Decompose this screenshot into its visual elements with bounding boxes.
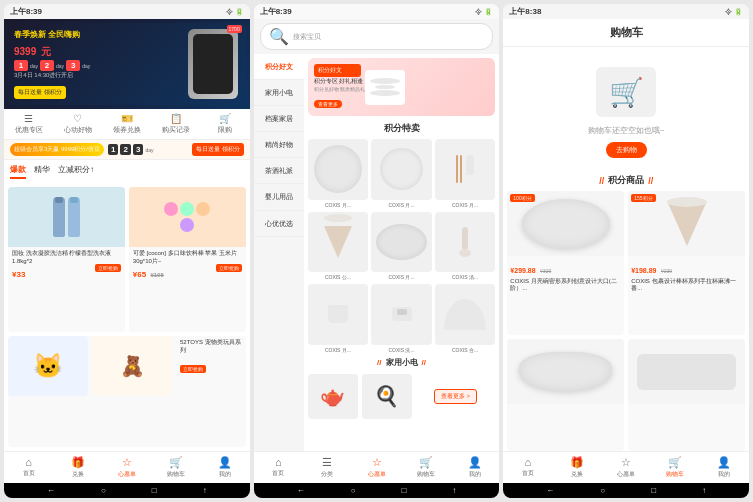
phone3-bottom-exchange[interactable]: 🎁 兑换 [552, 452, 601, 483]
product-mini-9[interactable]: COXIS 合... [435, 284, 496, 353]
phone2-back-btn[interactable]: ← [297, 486, 305, 495]
points-card-2[interactable]: 155积分 ¥198.89 ¥239 COXIS 包裹设计棒杯系列手拉杯麻沸一番… [628, 191, 745, 335]
bottom-nav-home[interactable]: ⌂ 首页 [4, 452, 53, 483]
product-price-1: ¥33 [12, 270, 25, 279]
phone2-home-btn[interactable]: ○ [351, 486, 356, 495]
product-img-1 [8, 187, 125, 247]
phone3-bottom-profile[interactable]: 👤 我的 [700, 452, 749, 483]
sidebar-item-baby[interactable]: 婴儿用品 [254, 184, 304, 210]
phone3-bottom-wishlist[interactable]: ☆ 心愿单 [602, 452, 651, 483]
appliance-more-btn[interactable]: 查看更多 > [434, 389, 477, 404]
phone3-home-label: 首页 [522, 469, 534, 478]
nav-tab-history-label: 购买记录 [162, 125, 190, 135]
cat-tab-hot[interactable]: 爆款 [10, 164, 26, 179]
promo-view-more-btn[interactable]: 查看更多 [314, 100, 342, 108]
product-mini-name-3: COXIS 月... [452, 202, 478, 208]
product-mini-7[interactable]: COXIS 月... [308, 284, 369, 353]
bottom-nav-exchange[interactable]: 🎁 兑换 [53, 452, 102, 483]
phone3-exchange-label: 兑换 [571, 470, 583, 479]
sidebar-item-home[interactable]: 档案家居 [254, 106, 304, 132]
add-cart-btn-3[interactable]: 立即抢购 [180, 365, 206, 373]
product-card-1[interactable]: 国妆 洗衣凝胶洗洁精 柠檬香型洗衣液 1.8kg*2 ¥33 立即抢购 [8, 187, 125, 332]
nav-tab-wishlist-label: 心动好物 [64, 125, 92, 135]
coupon-icon: 🎫 [121, 113, 133, 124]
product-mini-img-3 [435, 139, 496, 200]
phone1-nav-tabs: ☰ 优惠专区 ♡ 心动好物 🎫 领券兑换 📋 购买记录 🛒 限购 [4, 109, 250, 140]
banner-left: 春季焕新 全民嗨购 9399 元 1 day 2 day 3 day 3月4日 … [8, 25, 188, 103]
points-card-img-4 [628, 339, 745, 404]
home-btn[interactable]: ○ [101, 486, 106, 495]
product-mini-5[interactable]: COXIS 月... [371, 212, 432, 281]
bottom-nav-cart[interactable]: 🛒 购物车 [151, 452, 200, 483]
home-section-title: 家用小电 [308, 357, 496, 368]
product-card-2[interactable]: 可爱 [cocon] 多口味饮料棒 苹果 玉米片 30g*10片~ ¥65 ¥1… [129, 187, 246, 332]
banner-phone-image: 1700 [188, 29, 238, 99]
bottom-nav-wishlist[interactable]: ☆ 心愿单 [102, 452, 151, 483]
phone3-home-btn[interactable]: ○ [600, 486, 605, 495]
sidebar-item-fashion[interactable]: 精尚好物 [254, 132, 304, 158]
phone2-bottom-wishlist[interactable]: ☆ 心愿单 [352, 452, 401, 483]
day-num-2: 2 [120, 144, 130, 155]
sidebar-item-select[interactable]: 心优优选 [254, 211, 304, 237]
promo-title: 积分专区 好礼相逢 [314, 77, 365, 86]
bottom-nav-profile[interactable]: 👤 我的 [201, 452, 250, 483]
cart-empty-icon: 🛒 [609, 76, 644, 109]
candy-icon [162, 202, 212, 232]
phone1-home-bar: ← ○ □ ↑ [4, 483, 250, 498]
phone2-share-btn[interactable]: ↑ [452, 486, 456, 495]
points-card-1[interactable]: 100积分 ¥299.88 ¥329 COXIS 月亮碗密形系列创意设计大口(二… [507, 191, 624, 335]
nav-tab-history[interactable]: 📋 购买记录 [151, 109, 200, 139]
product-mini-8[interactable]: COXIS 洗... [371, 284, 432, 353]
product-mini-6[interactable]: COXIS 汤... [435, 212, 496, 281]
search-input-wrap[interactable]: 🔍 搜索宝贝 [260, 23, 494, 50]
nav-tab-coupon[interactable]: 🎫 领券兑换 [102, 109, 151, 139]
product-mini-3[interactable]: COXIS 月... [435, 139, 496, 208]
phone2-bottom-category[interactable]: ☰ 分类 [303, 452, 352, 483]
sidebar-item-tea[interactable]: 茶酒礼派 [254, 158, 304, 184]
product-price-row-2: ¥65 ¥105 立即抢购 [133, 268, 242, 279]
nav-tab-wishlist[interactable]: ♡ 心动好物 [53, 109, 102, 139]
phone2-home-bar: ← ○ □ ↑ [254, 483, 500, 498]
phone3-bottom-cart[interactable]: 🛒 购物车 [651, 452, 700, 483]
banner-price-unit: 元 [41, 46, 51, 57]
sidebar-item-points[interactable]: 积分好文 [254, 54, 304, 80]
spoon-set-icon [459, 227, 471, 257]
phone2-bottom-cart[interactable]: 🛒 购物车 [401, 452, 450, 483]
add-cart-btn-1[interactable]: 立即抢购 [95, 264, 121, 272]
points-card-3[interactable] [507, 339, 624, 451]
phone3-recent-btn[interactable]: □ [651, 486, 656, 495]
recent-btn[interactable]: □ [152, 486, 157, 495]
cat-tab-points[interactable]: 立减积分↑ [58, 164, 94, 179]
spoon-handle [462, 227, 468, 249]
nav-tab-limit[interactable]: 🛒 限购 [201, 109, 250, 139]
promo-dish-2 [375, 85, 395, 89]
phone3-home-bar: ← ○ □ ↑ [503, 483, 749, 498]
cone-lg-triangle [667, 201, 707, 246]
nav-tab-discount[interactable]: ☰ 优惠专区 [4, 109, 53, 139]
banner-sub: 3月4日 14:30进行开启 [14, 71, 182, 80]
cat-tab-essence[interactable]: 精华 [34, 164, 50, 179]
dish-plate-lg-icon [522, 199, 610, 248]
phone2-category-icon: ☰ [322, 456, 332, 469]
points-card-4[interactable] [628, 339, 745, 451]
add-cart-btn-2[interactable]: 立即抢购 [216, 264, 242, 272]
phone3-bottom-home[interactable]: ⌂ 首页 [503, 452, 552, 483]
back-btn[interactable]: ← [47, 486, 55, 495]
phone2-bottom-home[interactable]: ⌂ 首页 [254, 452, 303, 483]
product-mini-1[interactable]: COXIS 月... [308, 139, 369, 208]
banner-open-btn[interactable]: 每日送量 领积分 [14, 86, 66, 99]
product-mini-name-8: COXIS 洗... [388, 347, 414, 353]
product-mini-2[interactable]: COXIS 月... [371, 139, 432, 208]
sidebar-item-appliance[interactable]: 家用小电 [254, 80, 304, 106]
phone2-recent-btn[interactable]: □ [401, 486, 406, 495]
phone2-bottom-profile[interactable]: 👤 我的 [450, 452, 499, 483]
product-card-3[interactable]: 🐱 🧸 52TOYS 宠物类玩具系列 立即抢购 [8, 336, 246, 447]
member-right-btn[interactable]: 每日送量 领积分 [192, 143, 244, 156]
phone3-share-btn[interactable]: ↑ [702, 486, 706, 495]
share-btn[interactable]: ↑ [203, 486, 207, 495]
product-mini-4[interactable]: COXIS 公... [308, 212, 369, 281]
cone-icon [308, 212, 369, 273]
exchange-nav-icon: 🎁 [71, 456, 85, 469]
go-shopping-btn[interactable]: 去购物 [606, 142, 647, 158]
phone3-back-btn[interactable]: ← [546, 486, 554, 495]
